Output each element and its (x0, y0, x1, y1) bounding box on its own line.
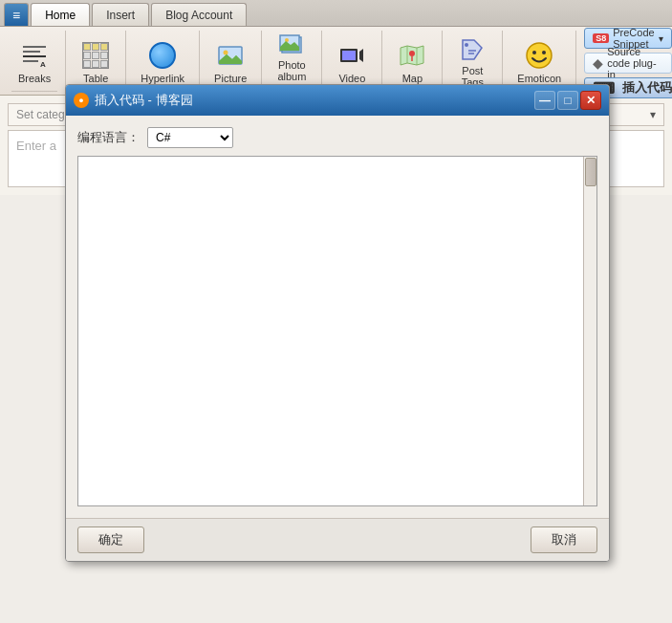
lang-label: 编程语言： (77, 129, 140, 146)
dialog-title-text: 插入代码 - 博客园 (95, 92, 193, 109)
dialog-close-button[interactable]: ✕ (580, 91, 601, 110)
dialog-overlay: ● 插入代码 - 博客园 — □ ✕ (0, 0, 672, 623)
scrollbar-thumb (585, 158, 596, 186)
code-textarea-wrapper (77, 156, 597, 506)
dialog-app-icon: ● (74, 93, 89, 108)
dialog-title-left: ● 插入代码 - 博客园 (74, 92, 193, 109)
dialog-controls: — □ ✕ (534, 91, 601, 110)
lang-row: 编程语言： C# Java JavaScript Python C++ HTML… (77, 127, 597, 148)
vertical-scrollbar[interactable] (583, 157, 596, 505)
dialog-titlebar: ● 插入代码 - 博客园 — □ ✕ (66, 85, 609, 116)
cancel-button[interactable]: 取消 (531, 526, 597, 553)
dialog-minimize-button[interactable]: — (534, 91, 555, 110)
app-window: ≡ Home Insert Blog Account (0, 0, 672, 623)
dialog-maximize-button[interactable]: □ (557, 91, 578, 110)
lang-select[interactable]: C# Java JavaScript Python C++ HTML CSS S… (147, 127, 233, 148)
dialog-footer: 确定 取消 (66, 518, 609, 561)
confirm-button[interactable]: 确定 (77, 526, 144, 553)
code-textarea[interactable] (78, 157, 583, 505)
dialog-body: 编程语言： C# Java JavaScript Python C++ HTML… (66, 116, 609, 518)
insert-code-dialog: ● 插入代码 - 博客园 — □ ✕ (65, 84, 610, 562)
